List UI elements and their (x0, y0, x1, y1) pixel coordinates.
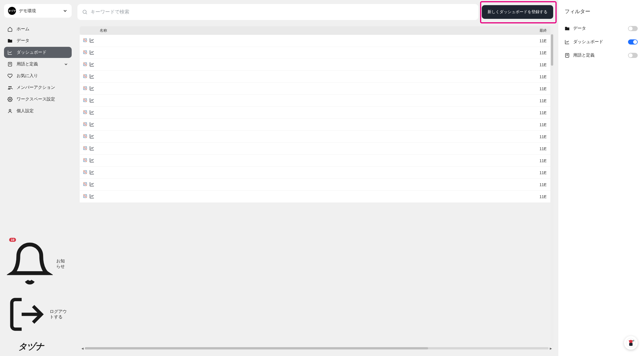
filter-panel-title: フィルター (565, 8, 638, 15)
column-updated[interactable]: 最終 (539, 28, 551, 33)
table-row[interactable]: 11E (80, 179, 554, 191)
svg-point-4 (10, 86, 12, 87)
sidebar-item-favorites[interactable]: お気に入り (4, 70, 72, 81)
logout-label: ログアウトする (50, 309, 69, 320)
svg-point-3 (9, 86, 10, 87)
folder-icon (565, 26, 570, 31)
chart-icon (89, 146, 95, 152)
horizontal-scrollbar[interactable]: ◀ ▶ (80, 346, 554, 350)
vertical-scrollbar[interactable] (550, 26, 554, 346)
row-date: 11E (539, 39, 551, 43)
users-icon (7, 85, 13, 90)
search-box[interactable] (77, 4, 478, 20)
filter-item-glossary[interactable]: 用語と定義 (565, 49, 638, 62)
table-row[interactable]: 11E (80, 47, 554, 59)
chevron-down-icon (63, 8, 68, 13)
book-icon (565, 53, 570, 58)
table-row[interactable]: 11E (80, 119, 554, 131)
tableau-icon (83, 110, 88, 116)
table-row[interactable]: 11E (80, 107, 554, 119)
tableau-icon (83, 62, 88, 68)
chart-icon (89, 74, 95, 80)
notifications-link[interactable]: 19 お知らせ (4, 238, 72, 289)
column-name[interactable]: 名称 (99, 28, 539, 33)
row-date: 11E (539, 194, 551, 199)
scroll-right-icon[interactable]: ▶ (550, 347, 552, 350)
sidebar-item-label: ワークスペース設定 (17, 96, 55, 102)
filter-toggle-glossary[interactable] (628, 53, 638, 58)
tableau-icon (83, 86, 88, 92)
dashboard-table: 名称 最終 11E (77, 25, 554, 352)
svg-line-9 (86, 13, 87, 14)
workspace-selector[interactable]: タヅナ デモ環境 (4, 4, 72, 18)
svg-point-283 (633, 340, 634, 342)
sidebar-item-home[interactable]: ホーム (4, 23, 72, 35)
sidebar-item-glossary[interactable]: 用語と定義 (4, 59, 72, 70)
table-row[interactable]: 11E (80, 131, 554, 143)
row-date: 11E (539, 51, 551, 55)
filter-item-data[interactable]: データ (565, 22, 638, 35)
workspace-badge: タヅナ (8, 7, 16, 15)
scroll-left-icon[interactable]: ◀ (81, 347, 84, 350)
sidebar-item-member-actions[interactable]: メンバーアクション (4, 82, 72, 93)
filter-toggle-data[interactable] (628, 26, 638, 31)
folder-icon (7, 38, 13, 43)
sidebar-item-workspace-settings[interactable]: ワークスペース設定 (4, 94, 72, 105)
tableau-icon (83, 146, 88, 152)
logout-link[interactable]: ログアウトする (4, 292, 72, 336)
table-row[interactable]: 11E (80, 95, 554, 107)
register-dashboard-button[interactable]: 新しくダッシュボードを登録する (482, 5, 553, 19)
chart-icon (565, 39, 570, 45)
filter-label: ダッシュボード (573, 39, 625, 45)
tableau-icon (83, 134, 88, 140)
row-date: 11E (539, 63, 551, 67)
sidebar-item-label: 用語と定義 (17, 61, 38, 67)
svg-rect-281 (629, 343, 633, 346)
book-icon (7, 62, 13, 67)
tableau-icon (83, 194, 88, 200)
table-row[interactable]: 11E (80, 143, 554, 155)
table-row[interactable]: 11E (80, 71, 554, 83)
table-row[interactable]: 11E (80, 155, 554, 167)
table-row[interactable]: 11E (80, 35, 554, 47)
home-icon (7, 27, 13, 32)
table-row[interactable]: 11E (80, 59, 554, 71)
svg-point-8 (83, 10, 86, 13)
filter-label: データ (573, 26, 625, 31)
sidebar-item-label: ダッシュボード (17, 50, 47, 55)
help-fab[interactable] (624, 336, 638, 350)
table-row[interactable]: 11E (80, 191, 554, 203)
sidebar-nav: ホーム データ ダッシュボード 用語と定義 お気に入り メンバーアクショ (4, 23, 72, 116)
sidebar-item-label: データ (17, 38, 29, 43)
table-row[interactable]: 11E (80, 83, 554, 95)
tableau-icon (83, 122, 88, 128)
chart-icon (89, 62, 95, 68)
sidebar-item-label: ホーム (17, 26, 29, 32)
mascot-icon (626, 338, 636, 348)
row-date: 11E (539, 98, 551, 103)
row-date: 11E (539, 158, 551, 163)
table-row[interactable]: 11E (80, 167, 554, 179)
brand-logo: タヅナ (4, 340, 72, 353)
topbar: 新しくダッシュボードを登録する (77, 4, 554, 20)
sidebar-item-dashboard[interactable]: ダッシュボード (4, 47, 72, 58)
row-date: 11E (539, 122, 551, 127)
sidebar: タヅナ デモ環境 ホーム データ ダッシュボード 用語と定義 (0, 0, 76, 356)
filter-toggle-dashboard[interactable] (628, 39, 638, 45)
search-input[interactable] (91, 9, 474, 15)
sidebar-item-label: メンバーアクション (17, 85, 55, 90)
chart-icon (89, 194, 95, 200)
table-header: 名称 最終 (80, 26, 554, 35)
tableau-icon (83, 38, 88, 44)
filter-item-dashboard[interactable]: ダッシュボード (565, 35, 638, 49)
gear-icon (7, 97, 13, 102)
tableau-icon (83, 170, 88, 176)
chart-icon (89, 170, 95, 176)
chart-icon (89, 182, 95, 188)
row-date: 11E (539, 87, 551, 91)
logout-icon (7, 295, 46, 334)
chart-icon (7, 50, 13, 55)
sidebar-item-personal-settings[interactable]: 個人設定 (4, 105, 72, 116)
chart-icon (89, 110, 95, 116)
sidebar-item-data[interactable]: データ (4, 35, 72, 46)
